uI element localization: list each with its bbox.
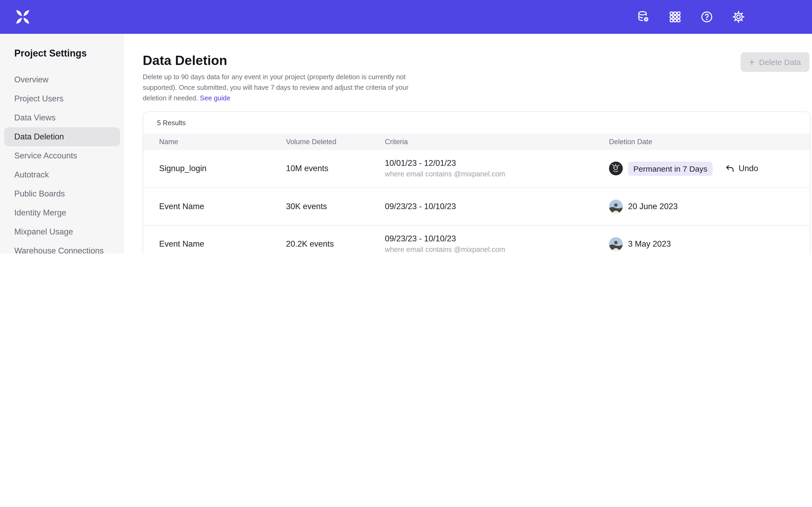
user-avatar bbox=[609, 200, 623, 213]
sidebar-item-autotrack[interactable]: Autotrack bbox=[4, 165, 120, 184]
settings-icon[interactable] bbox=[732, 10, 745, 24]
sidebar-nav: Overview Project Users Data Views Data D… bbox=[0, 70, 124, 253]
user-avatar bbox=[609, 162, 623, 176]
sidebar-item-label: Project Users bbox=[14, 94, 63, 103]
deletion-table-card: 5 Results NameVolume DeletedCriteriaDele… bbox=[143, 111, 810, 253]
table-body: Signup_login 10M events 10/01/23 - 12/01… bbox=[143, 150, 810, 253]
page-header: Data Deletion Delete up to 90 days data … bbox=[124, 34, 812, 104]
sidebar-item-identity-merge[interactable]: Identity Merge bbox=[4, 203, 120, 222]
sidebar-item-mixpanel-usage[interactable]: Mixpanel Usage bbox=[4, 222, 120, 241]
settings-sidebar: Project Settings Overview Project Users … bbox=[0, 34, 124, 253]
deletion-date-text: 3 May 2023 bbox=[628, 239, 671, 249]
top-navigation-bar bbox=[0, 0, 812, 34]
sidebar-item-label: Warehouse Connections bbox=[14, 246, 104, 253]
criteria-filter: where email contains @mixpanel.com bbox=[385, 170, 609, 179]
column-header-volume-deleted: Volume Deleted bbox=[286, 138, 385, 146]
user-avatar bbox=[609, 237, 623, 251]
topbar-icon-group bbox=[637, 10, 745, 24]
row-criteria: 09/23/23 - 10/10/23 where email contains… bbox=[385, 234, 609, 254]
row-deletion-date: Permanent in 7 DaysUndo bbox=[609, 162, 810, 176]
undo-button[interactable]: Undo bbox=[725, 164, 758, 173]
row-volume: 20.2K events bbox=[286, 239, 385, 249]
row-name: Event Name bbox=[143, 202, 286, 211]
apps-grid-icon[interactable] bbox=[668, 10, 682, 24]
sidebar-item-label: Autotrack bbox=[14, 170, 49, 179]
help-icon[interactable] bbox=[700, 10, 714, 24]
column-header-name: Name bbox=[143, 138, 286, 146]
sidebar-item-label: Service Accounts bbox=[14, 151, 77, 160]
criteria-date-range: 09/23/23 - 10/10/23 bbox=[385, 234, 609, 244]
results-count: 5 Results bbox=[143, 112, 810, 133]
undo-label: Undo bbox=[739, 164, 758, 173]
sidebar-item-label: Mixpanel Usage bbox=[14, 227, 73, 236]
table-row-2: Event Name 30K events 09/23/23 - 10/10/2… bbox=[143, 187, 810, 225]
plus-icon: + bbox=[749, 57, 755, 67]
sidebar-item-label: Data Deletion bbox=[14, 132, 64, 141]
sidebar-item-label: Public Boards bbox=[14, 189, 65, 198]
deletion-date-text: 20 June 2023 bbox=[628, 202, 678, 211]
row-name: Event Name bbox=[143, 239, 286, 249]
sidebar-item-label: Identity Merge bbox=[14, 208, 66, 217]
row-deletion-date: 20 June 2023 bbox=[609, 200, 810, 213]
sidebar-item-label: Data Views bbox=[14, 113, 55, 122]
criteria-date-range: 09/23/23 - 10/10/23 bbox=[385, 202, 609, 211]
row-deletion-date: 3 May 2023 bbox=[609, 237, 810, 251]
delete-data-button-label: Delete Data bbox=[759, 58, 801, 66]
page-description: Delete up to 90 days data for any event … bbox=[143, 72, 419, 104]
status-badge: Permanent in 7 Days bbox=[628, 162, 713, 176]
see-guide-link[interactable]: See guide bbox=[200, 94, 230, 102]
sidebar-item-overview[interactable]: Overview bbox=[4, 70, 120, 89]
sidebar-item-warehouse-connections[interactable]: Warehouse Connections bbox=[4, 241, 120, 253]
row-volume: 30K events bbox=[286, 202, 385, 211]
mixpanel-logo-icon[interactable] bbox=[13, 7, 32, 26]
row-volume: 10M events bbox=[286, 164, 385, 173]
sidebar-item-service-accounts[interactable]: Service Accounts bbox=[4, 146, 120, 165]
criteria-date-range: 10/01/23 - 12/01/23 bbox=[385, 159, 609, 168]
sidebar-item-project-users[interactable]: Project Users bbox=[4, 89, 120, 108]
delete-data-button[interactable]: + Delete Data bbox=[741, 52, 809, 72]
criteria-filter: where email contains @mixpanel.com bbox=[385, 246, 609, 254]
page-title: Data Deletion bbox=[143, 53, 809, 68]
row-criteria: 09/23/23 - 10/10/23 bbox=[385, 202, 609, 211]
sidebar-item-data-views[interactable]: Data Views bbox=[4, 108, 120, 127]
row-name: Signup_login bbox=[143, 164, 286, 173]
table-row-3: Event Name 20.2K events 09/23/23 - 10/10… bbox=[143, 225, 810, 253]
main-content: Data Deletion Delete up to 90 days data … bbox=[124, 34, 812, 253]
column-header-criteria: Criteria bbox=[385, 138, 609, 146]
table-header-row: NameVolume DeletedCriteriaDeletion Date bbox=[143, 133, 810, 150]
app-window: Project Settings Overview Project Users … bbox=[0, 0, 812, 253]
sidebar-item-data-deletion[interactable]: Data Deletion bbox=[4, 127, 120, 146]
undo-icon bbox=[725, 164, 734, 173]
table-row-1: Signup_login 10M events 10/01/23 - 12/01… bbox=[143, 150, 810, 187]
data-management-icon[interactable] bbox=[637, 10, 650, 24]
sidebar-title: Project Settings bbox=[14, 48, 124, 59]
sidebar-item-public-boards[interactable]: Public Boards bbox=[4, 184, 120, 203]
column-header-deletion-date: Deletion Date bbox=[609, 138, 810, 146]
row-criteria: 10/01/23 - 12/01/23 where email contains… bbox=[385, 159, 609, 179]
sidebar-item-label: Overview bbox=[14, 75, 48, 84]
page-description-text: Delete up to 90 days data for any event … bbox=[143, 73, 409, 102]
